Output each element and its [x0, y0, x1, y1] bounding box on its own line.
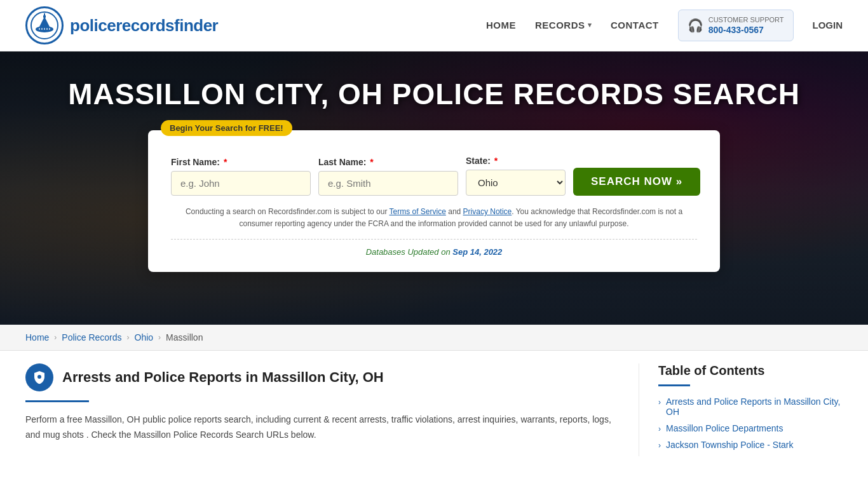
free-badge: Begin Your Search for FREE! — [161, 120, 292, 136]
breadcrumb-sep-2: › — [127, 333, 130, 342]
last-name-group: Last Name: * — [318, 157, 458, 196]
title-underline — [25, 400, 89, 402]
svg-rect-8 — [46, 28, 48, 30]
svg-point-10 — [37, 375, 41, 379]
toc-underline — [658, 384, 690, 386]
breadcrumb-massillon: Massillon — [166, 332, 203, 342]
hero-title: MASSILLON CITY, OH POLICE RECORDS SEARCH — [68, 77, 800, 111]
hero-section: MASSILLON CITY, OH POLICE RECORDS SEARCH… — [0, 51, 868, 325]
nav-home[interactable]: HOME — [486, 20, 516, 30]
db-updated: Databases Updated on Sep 14, 2022 — [171, 239, 697, 257]
toc-item[interactable]: ›Jackson Township Police - Stark — [658, 440, 843, 450]
header: policerecordsfinder HOME RECORDS ▾ CONTA… — [0, 0, 868, 51]
shield-icon — [32, 370, 47, 385]
toc-chevron-icon: › — [658, 398, 661, 407]
search-card: Begin Your Search for FREE! First Name: … — [148, 130, 720, 272]
article-header: Arrests and Police Reports in Massillon … — [25, 363, 620, 391]
disclaimer-text: Conducting a search on Recordsfinder.com… — [171, 206, 697, 230]
customer-support-button[interactable]: 🎧 CUSTOMER SUPPORT 800-433-0567 — [678, 10, 794, 41]
toc-list: ›Arrests and Police Reports in Massillon… — [658, 396, 843, 450]
first-name-group: First Name: * — [171, 157, 311, 196]
breadcrumb: Home › Police Records › Ohio › Massillon — [0, 325, 868, 351]
logo-area: policerecordsfinder — [25, 6, 218, 44]
last-name-label: Last Name: * — [318, 157, 458, 167]
first-name-required: * — [224, 157, 227, 167]
support-label: CUSTOMER SUPPORT — [709, 15, 784, 24]
nav-records[interactable]: RECORDS ▾ — [535, 20, 592, 30]
svg-rect-4 — [44, 13, 45, 17]
toc-title: Table of Contents — [658, 363, 843, 378]
state-group: State: * AlabamaAlaskaArizonaArkansasCal… — [466, 156, 566, 196]
support-phone: 800-433-0567 — [709, 25, 764, 35]
last-name-required: * — [370, 157, 373, 167]
headphone-icon: 🎧 — [688, 18, 703, 33]
main-nav: HOME RECORDS ▾ CONTACT 🎧 CUSTOMER SUPPOR… — [486, 10, 843, 41]
breadcrumb-ohio[interactable]: Ohio — [135, 332, 154, 342]
first-name-input[interactable] — [171, 171, 311, 196]
search-button[interactable]: SEARCH NOW » — [573, 168, 700, 196]
breadcrumb-sep-3: › — [158, 333, 161, 342]
breadcrumb-police-records[interactable]: Police Records — [62, 332, 121, 342]
toc-chevron-icon: › — [658, 424, 661, 433]
search-form: First Name: * Last Name: * State: * Alab… — [171, 156, 697, 196]
nav-login[interactable]: LOGIN — [813, 20, 843, 30]
last-name-input[interactable] — [318, 171, 458, 196]
content-right: Table of Contents ›Arrests and Police Re… — [639, 363, 843, 456]
svg-rect-6 — [41, 28, 43, 30]
breadcrumb-sep-1: › — [54, 333, 57, 342]
content-left: Arrests and Police Reports in Massillon … — [25, 363, 639, 456]
svg-rect-5 — [39, 28, 40, 30]
svg-rect-7 — [44, 28, 45, 30]
article-body: Perform a free Massillon, OH public poli… — [25, 412, 620, 443]
state-required: * — [494, 156, 498, 166]
first-name-label: First Name: * — [171, 157, 311, 167]
logo-text: policerecordsfinder — [70, 16, 218, 36]
terms-of-service-link[interactable]: Terms of Service — [390, 207, 446, 216]
nav-contact[interactable]: CONTACT — [611, 20, 659, 30]
logo-icon — [25, 6, 64, 44]
state-select[interactable]: AlabamaAlaskaArizonaArkansasCaliforniaCo… — [466, 170, 566, 196]
toc-item[interactable]: ›Arrests and Police Reports in Massillon… — [658, 396, 843, 417]
privacy-notice-link[interactable]: Privacy Notice — [463, 207, 512, 216]
toc-chevron-icon: › — [658, 441, 661, 450]
svg-rect-9 — [49, 28, 50, 30]
main-content: Arrests and Police Reports in Massillon … — [0, 351, 868, 469]
state-label: State: * — [466, 156, 566, 166]
article-title: Arrests and Police Reports in Massillon … — [62, 369, 384, 386]
toc-item[interactable]: ›Massillon Police Departments — [658, 423, 843, 433]
shield-icon-wrap — [25, 363, 53, 391]
records-chevron-icon: ▾ — [588, 21, 592, 29]
breadcrumb-home[interactable]: Home — [25, 332, 49, 342]
